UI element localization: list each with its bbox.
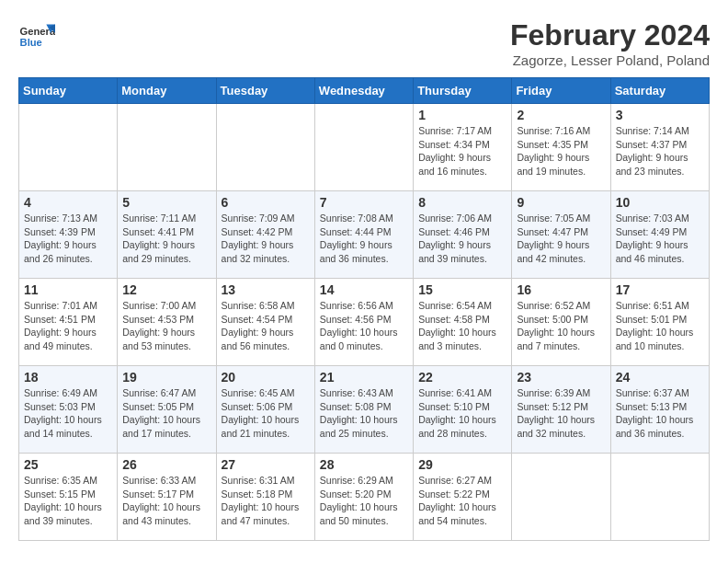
calendar-cell: 21Sunrise: 6:43 AM Sunset: 5:08 PM Dayli… [314, 366, 413, 454]
day-info: Sunrise: 6:41 AM Sunset: 5:10 PM Dayligh… [418, 386, 506, 441]
day-number: 26 [122, 457, 210, 472]
day-info: Sunrise: 6:39 AM Sunset: 5:12 PM Dayligh… [517, 386, 605, 441]
calendar-cell: 16Sunrise: 6:52 AM Sunset: 5:00 PM Dayli… [512, 279, 610, 366]
day-info: Sunrise: 6:49 AM Sunset: 5:03 PM Dayligh… [24, 386, 112, 441]
calendar-cell [610, 454, 709, 541]
day-info: Sunrise: 7:03 AM Sunset: 4:49 PM Dayligh… [616, 212, 704, 266]
calendar-cell: 23Sunrise: 6:39 AM Sunset: 5:12 PM Dayli… [512, 366, 610, 454]
day-info: Sunrise: 7:06 AM Sunset: 4:46 PM Dayligh… [418, 212, 506, 266]
day-info: Sunrise: 6:31 AM Sunset: 5:18 PM Dayligh… [222, 474, 310, 528]
calendar-cell: 6Sunrise: 7:09 AM Sunset: 4:42 PM Daylig… [216, 191, 314, 279]
day-number: 1 [418, 108, 506, 122]
header-sunday: Sunday [19, 78, 118, 104]
header: General Blue February 2024 Zagorze, Less… [18, 18, 710, 68]
day-info: Sunrise: 6:27 AM Sunset: 5:22 PM Dayligh… [418, 474, 506, 528]
calendar-cell: 1Sunrise: 7:17 AM Sunset: 4:34 PM Daylig… [414, 104, 512, 191]
header-wednesday: Wednesday [314, 78, 413, 104]
calendar-table: SundayMondayTuesdayWednesdayThursdayFrid… [18, 77, 710, 541]
calendar-cell: 14Sunrise: 6:56 AM Sunset: 4:56 PM Dayli… [314, 279, 413, 366]
calendar-cell [216, 104, 314, 191]
day-number: 24 [616, 370, 704, 385]
main-title: February 2024 [510, 18, 710, 52]
calendar-cell: 20Sunrise: 6:45 AM Sunset: 5:06 PM Dayli… [216, 366, 314, 454]
week-row-0: 1Sunrise: 7:17 AM Sunset: 4:34 PM Daylig… [19, 104, 710, 191]
calendar-cell: 26Sunrise: 6:33 AM Sunset: 5:17 PM Dayli… [118, 454, 216, 541]
week-row-1: 4Sunrise: 7:13 AM Sunset: 4:39 PM Daylig… [19, 191, 710, 279]
calendar-cell: 25Sunrise: 6:35 AM Sunset: 5:15 PM Dayli… [19, 454, 118, 541]
day-number: 19 [122, 370, 210, 385]
day-number: 3 [616, 108, 704, 122]
header-thursday: Thursday [414, 78, 512, 104]
week-row-3: 18Sunrise: 6:49 AM Sunset: 5:03 PM Dayli… [19, 366, 710, 454]
header-row: SundayMondayTuesdayWednesdayThursdayFrid… [19, 78, 710, 104]
day-info: Sunrise: 6:35 AM Sunset: 5:15 PM Dayligh… [24, 474, 112, 528]
day-info: Sunrise: 6:43 AM Sunset: 5:08 PM Dayligh… [320, 386, 408, 441]
day-number: 4 [24, 195, 112, 210]
day-number: 15 [418, 282, 506, 297]
day-info: Sunrise: 7:11 AM Sunset: 4:41 PM Dayligh… [122, 212, 210, 266]
day-number: 14 [320, 282, 408, 297]
svg-text:Blue: Blue [20, 37, 42, 48]
day-number: 21 [320, 370, 408, 385]
header-monday: Monday [118, 78, 216, 104]
calendar-cell [19, 104, 118, 191]
day-info: Sunrise: 6:37 AM Sunset: 5:13 PM Dayligh… [616, 386, 704, 441]
logo: General Blue [18, 18, 55, 55]
day-info: Sunrise: 6:45 AM Sunset: 5:06 PM Dayligh… [222, 386, 310, 441]
day-info: Sunrise: 7:00 AM Sunset: 4:53 PM Dayligh… [122, 299, 210, 353]
day-number: 7 [320, 195, 408, 210]
day-number: 18 [24, 370, 112, 385]
day-info: Sunrise: 7:01 AM Sunset: 4:51 PM Dayligh… [24, 299, 112, 353]
day-number: 8 [418, 195, 506, 210]
day-info: Sunrise: 7:05 AM Sunset: 4:47 PM Dayligh… [517, 212, 605, 266]
day-info: Sunrise: 7:14 AM Sunset: 4:37 PM Dayligh… [616, 124, 704, 178]
calendar-cell: 13Sunrise: 6:58 AM Sunset: 4:54 PM Dayli… [216, 279, 314, 366]
calendar-cell: 18Sunrise: 6:49 AM Sunset: 5:03 PM Dayli… [19, 366, 118, 454]
calendar-cell: 8Sunrise: 7:06 AM Sunset: 4:46 PM Daylig… [414, 191, 512, 279]
day-number: 28 [320, 457, 408, 472]
calendar-cell: 29Sunrise: 6:27 AM Sunset: 5:22 PM Dayli… [414, 454, 512, 541]
day-info: Sunrise: 6:52 AM Sunset: 5:00 PM Dayligh… [517, 299, 605, 353]
day-number: 2 [517, 108, 605, 122]
calendar-cell: 28Sunrise: 6:29 AM Sunset: 5:20 PM Dayli… [314, 454, 413, 541]
day-number: 6 [222, 195, 310, 210]
calendar-cell: 5Sunrise: 7:11 AM Sunset: 4:41 PM Daylig… [118, 191, 216, 279]
day-number: 29 [418, 457, 506, 472]
calendar-cell: 22Sunrise: 6:41 AM Sunset: 5:10 PM Dayli… [414, 366, 512, 454]
day-info: Sunrise: 6:33 AM Sunset: 5:17 PM Dayligh… [122, 474, 210, 528]
header-friday: Friday [512, 78, 610, 104]
calendar-cell: 11Sunrise: 7:01 AM Sunset: 4:51 PM Dayli… [19, 279, 118, 366]
calendar-cell: 3Sunrise: 7:14 AM Sunset: 4:37 PM Daylig… [610, 104, 709, 191]
day-number: 13 [222, 282, 310, 297]
header-tuesday: Tuesday [216, 78, 314, 104]
day-number: 17 [616, 282, 704, 297]
day-info: Sunrise: 7:09 AM Sunset: 4:42 PM Dayligh… [222, 212, 310, 266]
calendar-cell: 9Sunrise: 7:05 AM Sunset: 4:47 PM Daylig… [512, 191, 610, 279]
title-section: February 2024 Zagorze, Lesser Poland, Po… [510, 18, 710, 68]
logo-icon: General Blue [18, 18, 55, 55]
day-number: 27 [222, 457, 310, 472]
day-info: Sunrise: 6:51 AM Sunset: 5:01 PM Dayligh… [616, 299, 704, 353]
calendar-cell: 19Sunrise: 6:47 AM Sunset: 5:05 PM Dayli… [118, 366, 216, 454]
calendar-cell: 24Sunrise: 6:37 AM Sunset: 5:13 PM Dayli… [610, 366, 709, 454]
calendar-cell: 2Sunrise: 7:16 AM Sunset: 4:35 PM Daylig… [512, 104, 610, 191]
week-row-2: 11Sunrise: 7:01 AM Sunset: 4:51 PM Dayli… [19, 279, 710, 366]
day-number: 12 [122, 282, 210, 297]
day-info: Sunrise: 6:47 AM Sunset: 5:05 PM Dayligh… [122, 386, 210, 441]
calendar-cell: 15Sunrise: 6:54 AM Sunset: 4:58 PM Dayli… [414, 279, 512, 366]
day-info: Sunrise: 6:54 AM Sunset: 4:58 PM Dayligh… [418, 299, 506, 353]
day-number: 25 [24, 457, 112, 472]
day-info: Sunrise: 7:17 AM Sunset: 4:34 PM Dayligh… [418, 124, 506, 178]
day-number: 23 [517, 370, 605, 385]
calendar-cell: 4Sunrise: 7:13 AM Sunset: 4:39 PM Daylig… [19, 191, 118, 279]
day-info: Sunrise: 7:16 AM Sunset: 4:35 PM Dayligh… [517, 124, 605, 178]
day-number: 9 [517, 195, 605, 210]
day-info: Sunrise: 6:56 AM Sunset: 4:56 PM Dayligh… [320, 299, 408, 353]
day-number: 11 [24, 282, 112, 297]
day-info: Sunrise: 6:58 AM Sunset: 4:54 PM Dayligh… [222, 299, 310, 353]
day-number: 10 [616, 195, 704, 210]
calendar-cell: 7Sunrise: 7:08 AM Sunset: 4:44 PM Daylig… [314, 191, 413, 279]
calendar-cell [314, 104, 413, 191]
day-info: Sunrise: 6:29 AM Sunset: 5:20 PM Dayligh… [320, 474, 408, 528]
week-row-4: 25Sunrise: 6:35 AM Sunset: 5:15 PM Dayli… [19, 454, 710, 541]
